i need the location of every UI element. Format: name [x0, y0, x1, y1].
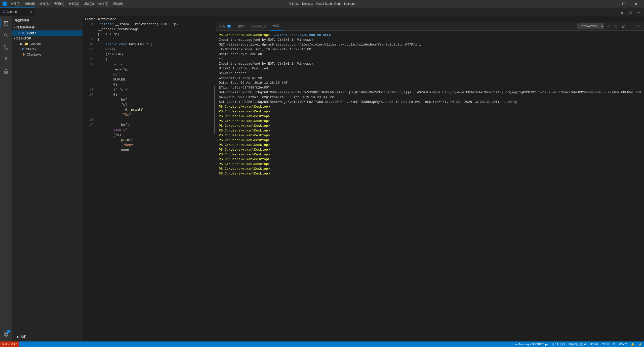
problems-label: 问题 [219, 24, 225, 28]
close-icon-small[interactable]: ✕ [18, 31, 20, 35]
run-button[interactable]: ▶ [619, 9, 626, 16]
menu-help[interactable]: 帮助(H) [111, 1, 125, 7]
close-panel-button[interactable]: ✕ [635, 23, 642, 30]
menu-view[interactable]: 查看(V) [52, 1, 66, 7]
terminal-tab-problems[interactable]: 问题 3 [216, 22, 234, 31]
warning-count: 0 [11, 343, 13, 346]
activity-explorer[interactable] [0, 17, 12, 29]
outline-section: ▶ 大纲 [12, 332, 83, 341]
breadcrumb-file[interactable]: Client.c [85, 17, 95, 21]
feedback-icon: ⚡ [638, 343, 642, 346]
activity-extensions[interactable] [0, 66, 12, 78]
open-editors-header[interactable]: ▾ 打开的编辑器 [12, 24, 83, 30]
terminal-tab-terminal[interactable]: 终端 [270, 22, 283, 31]
code-line-15c: = 0, printf [98, 107, 211, 112]
terminal-tab-actions: 1: powershell + ⊡ 🗑 › ✕ [575, 23, 644, 30]
menu-terminal[interactable]: 终端(T) [96, 1, 110, 7]
maximize-panel-button[interactable]: › [627, 23, 634, 30]
status-indent[interactable]: 制表符长度: 4 [567, 341, 588, 347]
split-handle[interactable] [213, 22, 216, 341]
activity-settings[interactable]: 1 [0, 328, 12, 340]
code-line-13e: 0); [98, 82, 211, 87]
warning-icon: ⚠ [8, 343, 10, 346]
terminal-line: PS C:\Users\wukan\Desktop> [219, 152, 641, 157]
terminal-instance-selector[interactable]: 1: powershell [577, 23, 604, 29]
terminal-line: Date: Tue, 09 Apr 2019 13:28:39 GMT [219, 80, 641, 85]
more-actions-button[interactable]: ⋯ [635, 9, 642, 16]
exe-file-icon: ⚙ [22, 53, 25, 56]
split-editor-button[interactable]: ⊡ [627, 9, 634, 16]
code-line-15b: [c] [98, 102, 211, 107]
sidebar-file-clientc[interactable]: C Client.c [12, 47, 83, 52]
terminal-output[interactable]: PS C:\Users\wukan\Desktop> ./Client sdcs… [216, 31, 644, 341]
breadcrumb-bar: Client.c › recvMessage [83, 16, 644, 22]
indent-label: 制表符长度: 4 [569, 342, 586, 346]
activity-source-control[interactable] [0, 41, 12, 54]
terminal-tab-debug-console[interactable]: 调试控制台 [248, 22, 270, 31]
status-left: ✕ 0 ⚠ 0 ℹ 3 [0, 341, 19, 347]
maximize-button[interactable]: □ [618, 0, 629, 8]
terminal-line: PS C:\Users\wukan\Desktop> [219, 143, 641, 147]
sidebar-file-clientexe[interactable]: ⚙ Client.exe [12, 52, 83, 57]
status-notification[interactable]: 🔔 [629, 341, 636, 347]
status-platform[interactable]: Win32 [617, 341, 629, 347]
terminal-line: PS C:\Users\wukan\Desktop> [219, 128, 641, 133]
terminal-tab-output[interactable]: 输出 [234, 22, 248, 31]
status-errors[interactable]: ✕ 0 ⚠ 0 ℹ 3 [0, 341, 19, 347]
menu-bar: 文件(F) 编辑(E) 选择(S) 查看(V) 转到(G) 调试(D) 终端(T… [9, 1, 125, 7]
error-icon: ✕ [2, 343, 4, 346]
menu-select[interactable]: 选择(S) [37, 1, 52, 7]
tab-close-button[interactable]: ✕ [29, 10, 32, 14]
status-language[interactable]: C [611, 341, 617, 347]
new-terminal-button[interactable]: + [605, 23, 612, 30]
code-line-12: { [98, 57, 211, 62]
c-file-icon: C [22, 31, 24, 35]
status-symbol[interactable]: recvMessage(SOCKET * p) [512, 341, 550, 347]
outline-header[interactable]: ▶ 大纲 [15, 334, 79, 340]
code-content[interactable]: 8 9 10 11 12 13 14 [83, 22, 213, 341]
terminal-line: Connection: keep-alive [219, 76, 641, 80]
code-line-8c: (SOCKET *p) [98, 32, 211, 37]
status-feedback[interactable]: ⚡ [636, 341, 644, 347]
activity-debug[interactable] [0, 54, 12, 66]
menu-goto[interactable]: 转到(G) [67, 1, 81, 7]
terminal-line: Set-Cookie: FSSBBIl1UgzbN7N80S=MJgpNVwT2… [219, 100, 641, 104]
terminal-line: PS C:\Users\wukan\Desktop> [219, 147, 641, 152]
code-line-15f: buf); [98, 122, 211, 127]
open-file-clientc[interactable]: ✕ C Client.c [12, 30, 83, 36]
breadcrumb-symbol[interactable]: recvMessage [98, 17, 116, 21]
terminal-line: PS C:\Users\wukan\Desktop> [219, 162, 641, 166]
scroll-thumb [214, 86, 215, 134]
symbol-label: recvMessage(SOCKET * p) [514, 343, 548, 346]
terminal-panel: 问题 3 输出 调试控制台 终端 1: powershell [216, 22, 644, 341]
terminal-line: ^Z [219, 57, 641, 61]
status-eol[interactable]: CRLF [600, 341, 611, 347]
desktop-label: DESKTOP [16, 37, 31, 40]
split-terminal-button[interactable]: ⊡ [612, 23, 619, 30]
menu-edit[interactable]: 编辑(E) [23, 1, 37, 7]
terminal-line: PS C:\Users\wukan\Desktop> [219, 119, 641, 123]
status-cursor[interactable]: 行 11, 列 5 [550, 341, 567, 347]
open-file-label: Client.c [26, 31, 36, 35]
code-line-11b: (!finish) [98, 52, 211, 57]
code-lines[interactable]: unsigned __stdcall recvMessage(SOCKET *p… [95, 22, 213, 341]
tab-clientc[interactable]: C Client.c ✕ [0, 7, 35, 16]
settings-badge: 1 [7, 330, 11, 333]
code-line-17b: ("Recv [98, 143, 211, 148]
sidebar-folder-vscode[interactable]: ▶ 📁 .vscode [12, 41, 83, 47]
minimize-button[interactable]: – [606, 0, 617, 8]
status-encoding[interactable]: UTF-8 [588, 341, 600, 347]
file-clientexe-label: Client.exe [27, 53, 41, 56]
editor-tab-bar: C Client.c ✕ ▶ ⊡ ⋯ [0, 8, 644, 16]
terminal-line: Server: ****** [219, 71, 641, 76]
window-controls: – □ ✕ [606, 0, 641, 8]
menu-file[interactable]: 文件(F) [9, 1, 22, 7]
platform-label: Win32 [619, 343, 627, 346]
menu-debug[interactable]: 调试(D) [82, 1, 96, 7]
close-button[interactable]: ✕ [630, 0, 641, 8]
file-type-icon: C [3, 10, 5, 14]
kill-terminal-button[interactable]: 🗑 [620, 23, 627, 30]
encoding-label: UTF-8 [590, 343, 598, 346]
activity-search[interactable] [0, 29, 12, 41]
desktop-header[interactable]: ▾ DESKTOP [12, 36, 83, 41]
